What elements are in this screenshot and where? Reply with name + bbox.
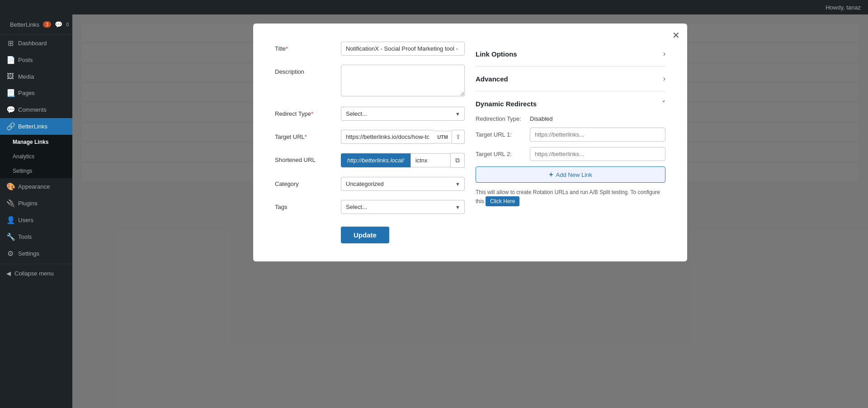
pages-icon: 📃	[6, 89, 14, 97]
sidebar-item-posts[interactable]: 📄 Posts	[0, 52, 72, 68]
shortened-url-control: http://betterlinks.local/ ⧉	[341, 153, 465, 168]
howdy-text: Howdy, tanaz	[826, 4, 861, 11]
copy-icon: ⧉	[455, 157, 460, 164]
dynamic-redirects-content: Redirection Type: Disabled Target URL 1:…	[476, 115, 665, 206]
redirection-type-value: Disabled	[530, 115, 553, 122]
tags-control: Select... ▼	[341, 200, 465, 214]
update-row: Update	[275, 223, 465, 243]
sidebar-item-label: Media	[18, 73, 34, 80]
redirect-type-label: Redirect Type*	[275, 107, 334, 117]
users-icon: 👤	[6, 216, 14, 224]
sidebar-item-tools[interactable]: 🔧 Tools	[0, 228, 72, 245]
sidebar: W BetterLinks 3 💬 0 + ⊞ Dashboard 📄 Post…	[0, 14, 72, 408]
sidebar-item-analytics[interactable]: Analytics	[0, 149, 72, 164]
notification-count: 3	[43, 21, 51, 28]
description-control	[341, 65, 465, 98]
dynamic-redirects-header[interactable]: Dynamic Redirects ˅	[476, 100, 665, 108]
form-right: Link Options › Advanced ›	[476, 42, 665, 243]
sidebar-submenu: Manage Links Analytics Settings	[0, 135, 72, 178]
update-control: Update	[341, 223, 465, 243]
target-url1-label: Target URL 1:	[476, 131, 525, 138]
rotation-notice: This will allow to create Rotation URLs …	[476, 188, 665, 206]
sidebar-item-label: BetterLinks	[18, 123, 47, 130]
sidebar-item-label: Users	[18, 217, 33, 223]
tools-icon: 🔧	[6, 232, 14, 241]
description-label: Description	[275, 65, 334, 75]
comments-icon: 💬	[6, 105, 14, 114]
target-url1-input[interactable]	[530, 128, 665, 142]
utm-button[interactable]: UTM	[434, 131, 452, 143]
share-icon: ⇪	[456, 133, 461, 140]
target-url-input[interactable]	[341, 130, 434, 144]
advanced-title: Advanced	[476, 75, 508, 83]
betterlinks-icon: 🔗	[6, 122, 14, 131]
target-url-control: UTM ⇪	[341, 130, 465, 144]
analytics-label: Analytics	[13, 153, 34, 160]
title-input[interactable]	[341, 42, 465, 56]
advanced-section: Advanced ›	[476, 66, 665, 91]
sidebar-item-label: Comments	[18, 106, 47, 113]
link-options-title: Link Options	[476, 50, 517, 58]
category-select-wrapper: Uncategorized ▼	[341, 177, 465, 191]
description-textarea[interactable]	[341, 65, 465, 96]
shortened-base: http://betterlinks.local/	[341, 153, 410, 167]
sidebar-item-users[interactable]: 👤 Users	[0, 212, 72, 228]
posts-icon: 📄	[6, 56, 14, 64]
advanced-header[interactable]: Advanced ›	[476, 75, 665, 83]
shortened-url-group: http://betterlinks.local/ ⧉	[341, 153, 465, 168]
sidebar-item-settings[interactable]: Settings	[0, 164, 72, 178]
copy-button[interactable]: ⧉	[451, 153, 465, 168]
sidebar-item-comments[interactable]: 💬 Comments	[0, 101, 72, 118]
add-new-link-button[interactable]: + Add New Link	[476, 166, 665, 183]
modal-overlay: ✕ Title* Description	[72, 14, 868, 408]
appearance-icon: 🎨	[6, 182, 14, 191]
sidebar-item-label: Posts	[18, 57, 33, 63]
redirect-type-control: Select... ▼	[341, 107, 465, 121]
comment-icon: 💬	[55, 21, 62, 28]
update-button[interactable]: Update	[341, 227, 389, 243]
sidebar-item-label: Settings	[18, 250, 39, 257]
sidebar-item-label: Appearance	[18, 183, 50, 190]
redirect-type-select[interactable]: Select...	[341, 107, 465, 121]
top-bar: Howdy, tanaz	[0, 0, 868, 14]
sidebar-item-betterlinks[interactable]: 🔗 BetterLinks	[0, 118, 72, 135]
shortened-slug-input[interactable]	[410, 153, 451, 167]
sidebar-divider	[0, 264, 72, 264]
update-label-spacer	[275, 223, 334, 227]
category-label: Category	[275, 177, 334, 187]
sidebar-item-manage-links[interactable]: Manage Links	[0, 135, 72, 149]
sidebar-item-pages[interactable]: 📃 Pages	[0, 85, 72, 101]
sidebar-item-settings-main[interactable]: ⚙ Settings	[0, 245, 72, 262]
dynamic-redirects-section: Dynamic Redirects ˅ Redirection Type: Di…	[476, 91, 665, 214]
tags-row: Tags Select... ▼	[275, 200, 465, 214]
tags-select-wrapper: Select... ▼	[341, 200, 465, 214]
tags-select[interactable]: Select...	[341, 200, 465, 214]
category-row: Category Uncategorized ▼	[275, 177, 465, 191]
redirect-type-select-wrapper: Select... ▼	[341, 107, 465, 121]
dynamic-redirects-title: Dynamic Redirects	[476, 100, 537, 108]
sidebar-item-dashboard[interactable]: ⊞ Dashboard	[0, 35, 72, 52]
target-url2-input[interactable]	[530, 147, 665, 161]
category-control: Uncategorized ▼	[341, 177, 465, 191]
form-grid: Title* Description	[275, 42, 665, 243]
collapse-menu-button[interactable]: ◀ Collapse menu	[0, 266, 72, 281]
sidebar-item-appearance[interactable]: 🎨 Appearance	[0, 178, 72, 195]
click-here-button[interactable]: Click Here	[486, 196, 519, 206]
title-control	[341, 42, 465, 56]
manage-links-label: Manage Links	[13, 139, 48, 145]
link-options-header[interactable]: Link Options ›	[476, 50, 665, 58]
redirect-type-row: Redirect Type* Select... ▼	[275, 107, 465, 121]
target-url-row: Target URL* UTM ⇪	[275, 130, 465, 144]
title-row: Title*	[275, 42, 465, 56]
sidebar-item-plugins[interactable]: 🔌 Plugins	[0, 195, 72, 212]
sidebar-item-label: Pages	[18, 90, 35, 96]
modal-close-button[interactable]: ✕	[672, 31, 680, 40]
dynamic-redirects-chevron: ˅	[662, 100, 665, 108]
add-new-link-label: Add New Link	[556, 171, 592, 178]
category-select[interactable]: Uncategorized	[341, 177, 465, 191]
shortened-url-label: Shortened URL	[275, 153, 334, 163]
sidebar-item-media[interactable]: 🖼 Media	[0, 68, 72, 85]
share-button[interactable]: ⇪	[452, 130, 465, 144]
shortened-url-row: Shortened URL http://betterlinks.local/ …	[275, 153, 465, 168]
dashboard-icon: ⊞	[6, 39, 14, 47]
